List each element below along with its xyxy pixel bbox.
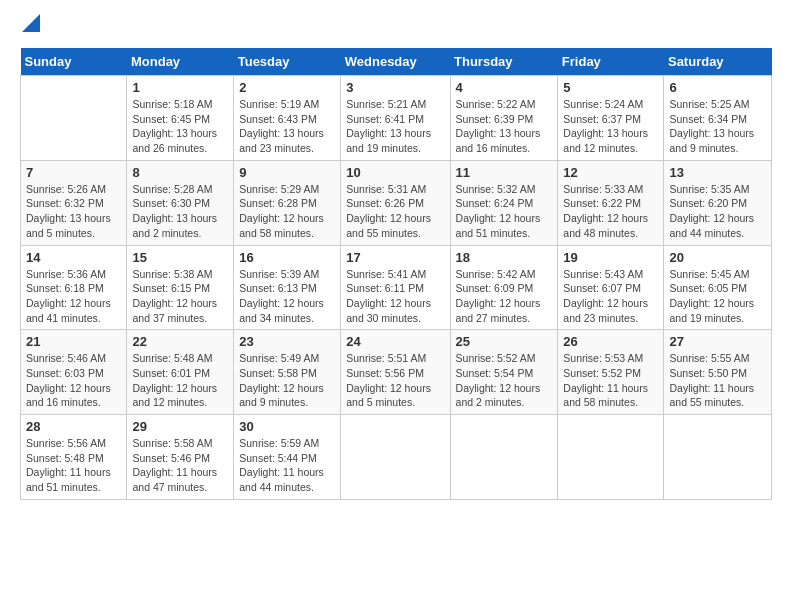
calendar-cell: 22Sunrise: 5:48 AM Sunset: 6:01 PM Dayli…	[127, 330, 234, 415]
day-number: 16	[239, 250, 335, 265]
calendar-cell	[21, 76, 127, 161]
day-info: Sunrise: 5:56 AM Sunset: 5:48 PM Dayligh…	[26, 436, 121, 495]
calendar-cell: 2Sunrise: 5:19 AM Sunset: 6:43 PM Daylig…	[234, 76, 341, 161]
calendar-cell: 23Sunrise: 5:49 AM Sunset: 5:58 PM Dayli…	[234, 330, 341, 415]
calendar-cell: 10Sunrise: 5:31 AM Sunset: 6:26 PM Dayli…	[341, 160, 450, 245]
day-number: 1	[132, 80, 228, 95]
col-header-monday: Monday	[127, 48, 234, 76]
page-header	[20, 20, 772, 32]
calendar-cell	[450, 415, 558, 500]
calendar-cell: 29Sunrise: 5:58 AM Sunset: 5:46 PM Dayli…	[127, 415, 234, 500]
day-number: 19	[563, 250, 658, 265]
calendar-cell: 19Sunrise: 5:43 AM Sunset: 6:07 PM Dayli…	[558, 245, 664, 330]
day-number: 12	[563, 165, 658, 180]
day-number: 6	[669, 80, 766, 95]
col-header-sunday: Sunday	[21, 48, 127, 76]
day-number: 7	[26, 165, 121, 180]
calendar-cell: 9Sunrise: 5:29 AM Sunset: 6:28 PM Daylig…	[234, 160, 341, 245]
day-number: 22	[132, 334, 228, 349]
day-info: Sunrise: 5:48 AM Sunset: 6:01 PM Dayligh…	[132, 351, 228, 410]
day-number: 8	[132, 165, 228, 180]
day-number: 4	[456, 80, 553, 95]
day-info: Sunrise: 5:19 AM Sunset: 6:43 PM Dayligh…	[239, 97, 335, 156]
day-number: 18	[456, 250, 553, 265]
logo-icon	[22, 14, 40, 32]
day-info: Sunrise: 5:42 AM Sunset: 6:09 PM Dayligh…	[456, 267, 553, 326]
day-info: Sunrise: 5:58 AM Sunset: 5:46 PM Dayligh…	[132, 436, 228, 495]
day-info: Sunrise: 5:28 AM Sunset: 6:30 PM Dayligh…	[132, 182, 228, 241]
day-number: 5	[563, 80, 658, 95]
calendar-cell: 24Sunrise: 5:51 AM Sunset: 5:56 PM Dayli…	[341, 330, 450, 415]
day-info: Sunrise: 5:35 AM Sunset: 6:20 PM Dayligh…	[669, 182, 766, 241]
col-header-saturday: Saturday	[664, 48, 772, 76]
day-info: Sunrise: 5:38 AM Sunset: 6:15 PM Dayligh…	[132, 267, 228, 326]
day-number: 25	[456, 334, 553, 349]
calendar-week-row: 28Sunrise: 5:56 AM Sunset: 5:48 PM Dayli…	[21, 415, 772, 500]
day-number: 28	[26, 419, 121, 434]
day-number: 24	[346, 334, 444, 349]
day-number: 21	[26, 334, 121, 349]
calendar-cell: 16Sunrise: 5:39 AM Sunset: 6:13 PM Dayli…	[234, 245, 341, 330]
day-info: Sunrise: 5:32 AM Sunset: 6:24 PM Dayligh…	[456, 182, 553, 241]
calendar-cell: 8Sunrise: 5:28 AM Sunset: 6:30 PM Daylig…	[127, 160, 234, 245]
day-number: 26	[563, 334, 658, 349]
day-info: Sunrise: 5:51 AM Sunset: 5:56 PM Dayligh…	[346, 351, 444, 410]
day-number: 13	[669, 165, 766, 180]
calendar-cell: 28Sunrise: 5:56 AM Sunset: 5:48 PM Dayli…	[21, 415, 127, 500]
calendar-cell	[664, 415, 772, 500]
calendar-cell: 25Sunrise: 5:52 AM Sunset: 5:54 PM Dayli…	[450, 330, 558, 415]
calendar-cell: 30Sunrise: 5:59 AM Sunset: 5:44 PM Dayli…	[234, 415, 341, 500]
day-info: Sunrise: 5:36 AM Sunset: 6:18 PM Dayligh…	[26, 267, 121, 326]
day-info: Sunrise: 5:43 AM Sunset: 6:07 PM Dayligh…	[563, 267, 658, 326]
calendar-cell: 12Sunrise: 5:33 AM Sunset: 6:22 PM Dayli…	[558, 160, 664, 245]
calendar-cell: 6Sunrise: 5:25 AM Sunset: 6:34 PM Daylig…	[664, 76, 772, 161]
calendar-cell: 27Sunrise: 5:55 AM Sunset: 5:50 PM Dayli…	[664, 330, 772, 415]
day-info: Sunrise: 5:55 AM Sunset: 5:50 PM Dayligh…	[669, 351, 766, 410]
day-number: 10	[346, 165, 444, 180]
day-info: Sunrise: 5:53 AM Sunset: 5:52 PM Dayligh…	[563, 351, 658, 410]
day-number: 17	[346, 250, 444, 265]
calendar-cell: 20Sunrise: 5:45 AM Sunset: 6:05 PM Dayli…	[664, 245, 772, 330]
day-info: Sunrise: 5:29 AM Sunset: 6:28 PM Dayligh…	[239, 182, 335, 241]
day-number: 15	[132, 250, 228, 265]
day-number: 23	[239, 334, 335, 349]
calendar-cell: 21Sunrise: 5:46 AM Sunset: 6:03 PM Dayli…	[21, 330, 127, 415]
calendar-cell: 26Sunrise: 5:53 AM Sunset: 5:52 PM Dayli…	[558, 330, 664, 415]
calendar-cell	[558, 415, 664, 500]
calendar-header-row: SundayMondayTuesdayWednesdayThursdayFrid…	[21, 48, 772, 76]
col-header-tuesday: Tuesday	[234, 48, 341, 76]
calendar-cell: 3Sunrise: 5:21 AM Sunset: 6:41 PM Daylig…	[341, 76, 450, 161]
day-info: Sunrise: 5:18 AM Sunset: 6:45 PM Dayligh…	[132, 97, 228, 156]
svg-marker-0	[22, 14, 40, 32]
calendar-cell: 18Sunrise: 5:42 AM Sunset: 6:09 PM Dayli…	[450, 245, 558, 330]
day-info: Sunrise: 5:49 AM Sunset: 5:58 PM Dayligh…	[239, 351, 335, 410]
day-info: Sunrise: 5:33 AM Sunset: 6:22 PM Dayligh…	[563, 182, 658, 241]
day-info: Sunrise: 5:39 AM Sunset: 6:13 PM Dayligh…	[239, 267, 335, 326]
day-info: Sunrise: 5:46 AM Sunset: 6:03 PM Dayligh…	[26, 351, 121, 410]
day-info: Sunrise: 5:41 AM Sunset: 6:11 PM Dayligh…	[346, 267, 444, 326]
calendar-cell: 5Sunrise: 5:24 AM Sunset: 6:37 PM Daylig…	[558, 76, 664, 161]
day-info: Sunrise: 5:26 AM Sunset: 6:32 PM Dayligh…	[26, 182, 121, 241]
calendar-cell: 4Sunrise: 5:22 AM Sunset: 6:39 PM Daylig…	[450, 76, 558, 161]
day-number: 29	[132, 419, 228, 434]
calendar-cell	[341, 415, 450, 500]
calendar-table: SundayMondayTuesdayWednesdayThursdayFrid…	[20, 48, 772, 500]
calendar-cell: 14Sunrise: 5:36 AM Sunset: 6:18 PM Dayli…	[21, 245, 127, 330]
day-info: Sunrise: 5:45 AM Sunset: 6:05 PM Dayligh…	[669, 267, 766, 326]
day-number: 3	[346, 80, 444, 95]
calendar-week-row: 1Sunrise: 5:18 AM Sunset: 6:45 PM Daylig…	[21, 76, 772, 161]
day-info: Sunrise: 5:22 AM Sunset: 6:39 PM Dayligh…	[456, 97, 553, 156]
day-info: Sunrise: 5:24 AM Sunset: 6:37 PM Dayligh…	[563, 97, 658, 156]
day-number: 2	[239, 80, 335, 95]
calendar-cell: 1Sunrise: 5:18 AM Sunset: 6:45 PM Daylig…	[127, 76, 234, 161]
col-header-thursday: Thursday	[450, 48, 558, 76]
col-header-friday: Friday	[558, 48, 664, 76]
calendar-cell: 17Sunrise: 5:41 AM Sunset: 6:11 PM Dayli…	[341, 245, 450, 330]
logo	[20, 20, 40, 32]
calendar-cell: 11Sunrise: 5:32 AM Sunset: 6:24 PM Dayli…	[450, 160, 558, 245]
calendar-week-row: 14Sunrise: 5:36 AM Sunset: 6:18 PM Dayli…	[21, 245, 772, 330]
day-number: 20	[669, 250, 766, 265]
day-info: Sunrise: 5:21 AM Sunset: 6:41 PM Dayligh…	[346, 97, 444, 156]
col-header-wednesday: Wednesday	[341, 48, 450, 76]
day-info: Sunrise: 5:52 AM Sunset: 5:54 PM Dayligh…	[456, 351, 553, 410]
